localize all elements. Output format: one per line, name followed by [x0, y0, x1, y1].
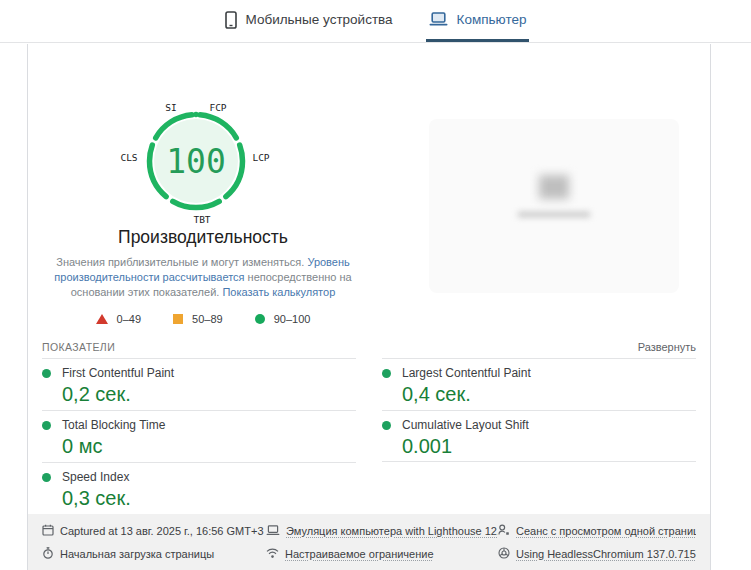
performance-score: 100 — [166, 142, 226, 181]
performance-summary: SI FCP LCP CLS TBT 100 Производительност… — [28, 44, 710, 336]
gauge-label-cls: CLS — [120, 152, 137, 163]
captured-at-item: Captured at 13 авг. 2025 г., 16:56 GMT+3 — [42, 524, 266, 538]
expand-metrics-button[interactable]: Развернуть — [638, 341, 696, 353]
metric-value: 0,4 сек. — [402, 383, 696, 406]
pass-dot-icon — [42, 369, 51, 378]
metric-tbt: Total Blocking Time 0 мс — [42, 410, 356, 462]
throttling-item: Настраиваемое ограничение — [266, 547, 498, 561]
chromium-icon — [498, 547, 510, 561]
gauge-label-lcp: LCP — [252, 152, 269, 163]
fail-triangle-icon — [96, 314, 108, 324]
page-screenshot-thumbnail — [429, 119, 679, 293]
session-flow-icon — [498, 524, 510, 538]
chromium-text: Using HeadlessChromium 137.0.7151.119 wi… — [516, 548, 696, 560]
legend-average: 50–89 — [173, 313, 223, 325]
calculator-link[interactable]: Показать калькулятор — [222, 286, 335, 298]
tab-desktop-label: Компьютер — [457, 12, 527, 27]
report-card: SI FCP LCP CLS TBT 100 Производительност… — [27, 44, 711, 570]
throttling-text: Настраиваемое ограничение — [285, 548, 434, 560]
initial-load-item: Начальная загрузка страницы — [42, 547, 266, 561]
legend-pass-range: 90–100 — [274, 313, 311, 325]
gauge-label-tbt: TBT — [193, 214, 210, 225]
pass-dot-icon — [42, 473, 51, 482]
legend-fail: 0–49 — [96, 313, 141, 325]
network-throttle-icon — [266, 548, 279, 561]
score-disclaimer: Значения приблизительные и могут изменят… — [52, 255, 354, 300]
score-legend: 0–49 50–89 90–100 — [28, 313, 378, 325]
metric-si: Speed Index 0,3 сек. — [42, 462, 356, 514]
stopwatch-icon — [42, 547, 54, 561]
initial-load-text: Начальная загрузка страницы — [60, 548, 214, 560]
metric-value: 0,3 сек. — [62, 487, 356, 510]
metric-fcp: First Contentful Paint 0,2 сек. — [42, 358, 356, 410]
metric-value: 0,2 сек. — [62, 383, 356, 406]
smartphone-icon — [225, 11, 237, 29]
performance-title: Производительность — [28, 227, 378, 248]
tab-mobile[interactable]: Мобильные устройства — [222, 0, 396, 42]
legend-pass: 90–100 — [255, 313, 311, 325]
chromium-item: Using HeadlessChromium 137.0.7151.119 wi… — [498, 547, 696, 561]
gauge-label-si: SI — [165, 102, 176, 113]
gauge-column: SI FCP LCP CLS TBT 100 Производительност… — [28, 44, 378, 325]
metric-label: Speed Index — [62, 470, 129, 484]
emulation-item: Эмуляция компьютера with Lighthouse 12.8… — [266, 524, 498, 538]
captured-at-text: Captured at 13 авг. 2025 г., 16:56 GMT+3 — [60, 525, 264, 537]
thumbnail-placeholder-content — [518, 175, 590, 217]
emulation-laptop-icon — [266, 525, 280, 538]
metric-cls: Cumulative Layout Shift 0.001 — [382, 410, 696, 462]
gauge-label-fcp: FCP — [209, 102, 226, 113]
calendar-icon — [42, 524, 54, 538]
metrics-header: ПОКАЗАТЕЛИ Развернуть — [28, 336, 710, 358]
metric-label: First Contentful Paint — [62, 366, 174, 380]
metrics-caption: ПОКАЗАТЕЛИ — [42, 341, 115, 353]
pass-dot-icon — [382, 421, 391, 430]
legend-average-range: 50–89 — [192, 313, 223, 325]
pass-dot-icon — [382, 369, 391, 378]
metric-label: Cumulative Layout Shift — [402, 418, 529, 432]
metrics-grid: First Contentful Paint 0,2 сек. Largest … — [28, 358, 710, 514]
metric-label: Total Blocking Time — [62, 418, 165, 432]
pass-circle-icon — [255, 314, 265, 324]
emulation-text: Эмуляция компьютера with Lighthouse 12.8… — [286, 525, 498, 537]
blurred-text-line — [518, 212, 590, 217]
blurred-logo — [539, 175, 569, 199]
tab-mobile-label: Мобильные устройства — [246, 12, 393, 27]
device-tabbar: Мобильные устройства Компьютер — [0, 0, 751, 43]
legend-fail-range: 0–49 — [117, 313, 141, 325]
performance-gauge: SI FCP LCP CLS TBT 100 — [93, 96, 313, 226]
run-details-footer: Captured at 13 авг. 2025 г., 16:56 GMT+3… — [28, 514, 710, 570]
average-square-icon — [173, 314, 183, 324]
metric-value: 0 мс — [62, 435, 356, 458]
session-text: Сеанс с просмотром одной страницы — [516, 525, 696, 537]
metric-label: Largest Contentful Paint — [402, 366, 531, 380]
session-item: Сеанс с просмотром одной страницы — [498, 524, 696, 538]
disclaimer-text-1: Значения приблизительные и могут изменят… — [56, 256, 307, 268]
tab-desktop[interactable]: Компьютер — [426, 0, 530, 42]
laptop-icon — [429, 12, 448, 27]
metric-lcp: Largest Contentful Paint 0,4 сек. — [382, 358, 696, 410]
pass-dot-icon — [42, 421, 51, 430]
metric-value: 0.001 — [402, 435, 696, 458]
